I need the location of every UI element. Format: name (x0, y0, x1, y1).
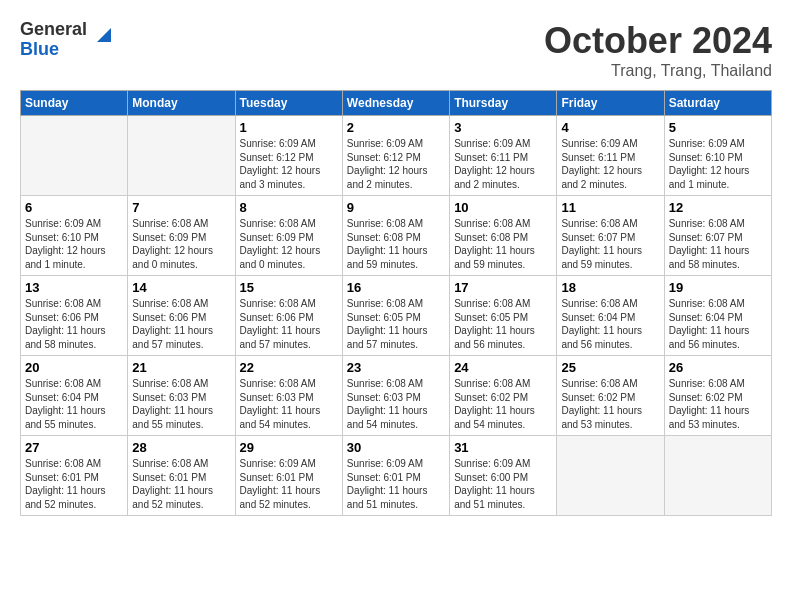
day-number: 31 (454, 440, 552, 455)
title-section: October 2024 Trang, Trang, Thailand (544, 20, 772, 80)
calendar-cell: 12Sunrise: 6:08 AM Sunset: 6:07 PM Dayli… (664, 196, 771, 276)
day-number: 26 (669, 360, 767, 375)
calendar-cell: 29Sunrise: 6:09 AM Sunset: 6:01 PM Dayli… (235, 436, 342, 516)
calendar-cell: 23Sunrise: 6:08 AM Sunset: 6:03 PM Dayli… (342, 356, 449, 436)
day-info: Sunrise: 6:08 AM Sunset: 6:01 PM Dayligh… (25, 457, 123, 511)
page-header: General Blue October 2024 Trang, Trang, … (20, 20, 772, 80)
day-info: Sunrise: 6:08 AM Sunset: 6:01 PM Dayligh… (132, 457, 230, 511)
calendar-week-row: 27Sunrise: 6:08 AM Sunset: 6:01 PM Dayli… (21, 436, 772, 516)
calendar-cell: 25Sunrise: 6:08 AM Sunset: 6:02 PM Dayli… (557, 356, 664, 436)
calendar-table: SundayMondayTuesdayWednesdayThursdayFrid… (20, 90, 772, 516)
weekday-header: Thursday (450, 91, 557, 116)
calendar-cell: 4Sunrise: 6:09 AM Sunset: 6:11 PM Daylig… (557, 116, 664, 196)
day-info: Sunrise: 6:08 AM Sunset: 6:06 PM Dayligh… (240, 297, 338, 351)
day-number: 18 (561, 280, 659, 295)
day-number: 1 (240, 120, 338, 135)
day-number: 25 (561, 360, 659, 375)
calendar-week-row: 20Sunrise: 6:08 AM Sunset: 6:04 PM Dayli… (21, 356, 772, 436)
day-info: Sunrise: 6:08 AM Sunset: 6:02 PM Dayligh… (454, 377, 552, 431)
day-number: 28 (132, 440, 230, 455)
day-number: 21 (132, 360, 230, 375)
day-number: 17 (454, 280, 552, 295)
weekday-header: Tuesday (235, 91, 342, 116)
weekday-header: Friday (557, 91, 664, 116)
day-number: 4 (561, 120, 659, 135)
calendar-cell: 28Sunrise: 6:08 AM Sunset: 6:01 PM Dayli… (128, 436, 235, 516)
day-number: 30 (347, 440, 445, 455)
day-info: Sunrise: 6:09 AM Sunset: 6:01 PM Dayligh… (240, 457, 338, 511)
day-number: 23 (347, 360, 445, 375)
weekday-header: Sunday (21, 91, 128, 116)
day-number: 20 (25, 360, 123, 375)
day-number: 6 (25, 200, 123, 215)
day-info: Sunrise: 6:09 AM Sunset: 6:10 PM Dayligh… (669, 137, 767, 191)
day-info: Sunrise: 6:08 AM Sunset: 6:04 PM Dayligh… (561, 297, 659, 351)
day-info: Sunrise: 6:08 AM Sunset: 6:03 PM Dayligh… (347, 377, 445, 431)
day-number: 3 (454, 120, 552, 135)
day-number: 29 (240, 440, 338, 455)
day-info: Sunrise: 6:08 AM Sunset: 6:05 PM Dayligh… (454, 297, 552, 351)
day-number: 8 (240, 200, 338, 215)
day-info: Sunrise: 6:09 AM Sunset: 6:11 PM Dayligh… (561, 137, 659, 191)
weekday-header-row: SundayMondayTuesdayWednesdayThursdayFrid… (21, 91, 772, 116)
logo-general: General (20, 20, 87, 40)
calendar-cell: 3Sunrise: 6:09 AM Sunset: 6:11 PM Daylig… (450, 116, 557, 196)
day-info: Sunrise: 6:08 AM Sunset: 6:02 PM Dayligh… (669, 377, 767, 431)
day-number: 27 (25, 440, 123, 455)
day-info: Sunrise: 6:09 AM Sunset: 6:12 PM Dayligh… (347, 137, 445, 191)
calendar-cell: 13Sunrise: 6:08 AM Sunset: 6:06 PM Dayli… (21, 276, 128, 356)
calendar-cell: 22Sunrise: 6:08 AM Sunset: 6:03 PM Dayli… (235, 356, 342, 436)
day-info: Sunrise: 6:08 AM Sunset: 6:08 PM Dayligh… (347, 217, 445, 271)
calendar-cell: 7Sunrise: 6:08 AM Sunset: 6:09 PM Daylig… (128, 196, 235, 276)
day-info: Sunrise: 6:08 AM Sunset: 6:06 PM Dayligh… (25, 297, 123, 351)
day-info: Sunrise: 6:08 AM Sunset: 6:04 PM Dayligh… (669, 297, 767, 351)
day-info: Sunrise: 6:08 AM Sunset: 6:04 PM Dayligh… (25, 377, 123, 431)
calendar-cell: 9Sunrise: 6:08 AM Sunset: 6:08 PM Daylig… (342, 196, 449, 276)
day-number: 19 (669, 280, 767, 295)
day-info: Sunrise: 6:08 AM Sunset: 6:09 PM Dayligh… (240, 217, 338, 271)
calendar-cell: 16Sunrise: 6:08 AM Sunset: 6:05 PM Dayli… (342, 276, 449, 356)
calendar-cell: 6Sunrise: 6:09 AM Sunset: 6:10 PM Daylig… (21, 196, 128, 276)
day-info: Sunrise: 6:08 AM Sunset: 6:07 PM Dayligh… (561, 217, 659, 271)
day-number: 9 (347, 200, 445, 215)
calendar-cell: 26Sunrise: 6:08 AM Sunset: 6:02 PM Dayli… (664, 356, 771, 436)
calendar-cell: 19Sunrise: 6:08 AM Sunset: 6:04 PM Dayli… (664, 276, 771, 356)
calendar-cell (557, 436, 664, 516)
day-info: Sunrise: 6:08 AM Sunset: 6:03 PM Dayligh… (132, 377, 230, 431)
calendar-cell (128, 116, 235, 196)
day-info: Sunrise: 6:09 AM Sunset: 6:01 PM Dayligh… (347, 457, 445, 511)
calendar-cell: 20Sunrise: 6:08 AM Sunset: 6:04 PM Dayli… (21, 356, 128, 436)
day-number: 10 (454, 200, 552, 215)
day-number: 16 (347, 280, 445, 295)
day-info: Sunrise: 6:09 AM Sunset: 6:12 PM Dayligh… (240, 137, 338, 191)
day-info: Sunrise: 6:08 AM Sunset: 6:09 PM Dayligh… (132, 217, 230, 271)
calendar-cell: 8Sunrise: 6:08 AM Sunset: 6:09 PM Daylig… (235, 196, 342, 276)
calendar-cell: 17Sunrise: 6:08 AM Sunset: 6:05 PM Dayli… (450, 276, 557, 356)
logo-blue: Blue (20, 40, 87, 60)
day-info: Sunrise: 6:08 AM Sunset: 6:02 PM Dayligh… (561, 377, 659, 431)
day-number: 13 (25, 280, 123, 295)
calendar-cell (664, 436, 771, 516)
calendar-cell: 31Sunrise: 6:09 AM Sunset: 6:00 PM Dayli… (450, 436, 557, 516)
day-number: 14 (132, 280, 230, 295)
calendar-cell: 10Sunrise: 6:08 AM Sunset: 6:08 PM Dayli… (450, 196, 557, 276)
weekday-header: Wednesday (342, 91, 449, 116)
calendar-cell: 27Sunrise: 6:08 AM Sunset: 6:01 PM Dayli… (21, 436, 128, 516)
location: Trang, Trang, Thailand (544, 62, 772, 80)
day-info: Sunrise: 6:08 AM Sunset: 6:08 PM Dayligh… (454, 217, 552, 271)
calendar-cell: 2Sunrise: 6:09 AM Sunset: 6:12 PM Daylig… (342, 116, 449, 196)
calendar-cell: 11Sunrise: 6:08 AM Sunset: 6:07 PM Dayli… (557, 196, 664, 276)
day-number: 15 (240, 280, 338, 295)
weekday-header: Saturday (664, 91, 771, 116)
day-info: Sunrise: 6:09 AM Sunset: 6:00 PM Dayligh… (454, 457, 552, 511)
month-title: October 2024 (544, 20, 772, 62)
logo-icon (93, 24, 115, 46)
calendar-week-row: 6Sunrise: 6:09 AM Sunset: 6:10 PM Daylig… (21, 196, 772, 276)
day-info: Sunrise: 6:09 AM Sunset: 6:11 PM Dayligh… (454, 137, 552, 191)
calendar-cell: 18Sunrise: 6:08 AM Sunset: 6:04 PM Dayli… (557, 276, 664, 356)
day-number: 5 (669, 120, 767, 135)
logo-text: General Blue (20, 20, 87, 60)
logo: General Blue (20, 20, 115, 60)
day-info: Sunrise: 6:09 AM Sunset: 6:10 PM Dayligh… (25, 217, 123, 271)
calendar-cell: 15Sunrise: 6:08 AM Sunset: 6:06 PM Dayli… (235, 276, 342, 356)
